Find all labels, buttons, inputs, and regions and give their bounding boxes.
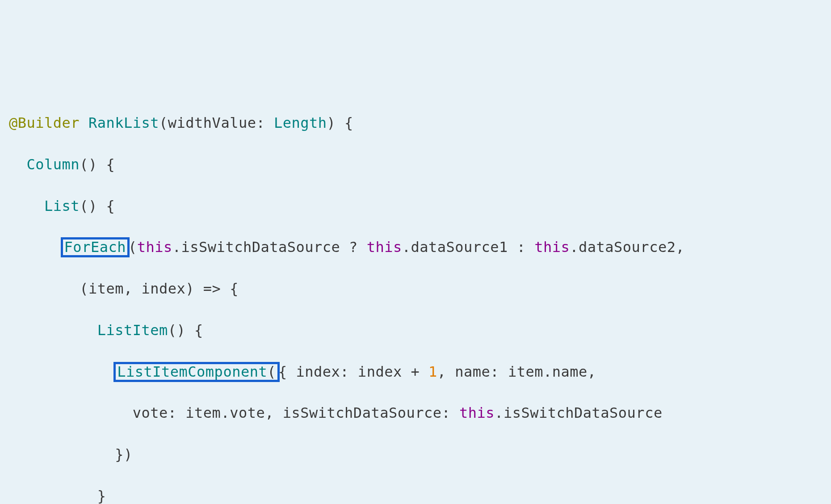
closing: } <box>97 487 106 504</box>
prop-access: .isSwitchDataSource ? <box>172 239 367 256</box>
this-ref: this <box>367 239 402 256</box>
listitem-call: ListItem <box>97 322 168 339</box>
prop-access: .dataSource1 : <box>402 239 534 256</box>
code-line-6: ListItem() { <box>9 320 822 340</box>
this-ref: this <box>459 404 495 421</box>
code-line-3: List() { <box>9 196 822 216</box>
arrow-params: (item, index) => { <box>80 280 239 297</box>
column-call: Column <box>27 156 80 173</box>
component-name: ListItemComponent <box>117 363 267 380</box>
code-line-1: @Builder RankList(widthValue: Length) { <box>9 113 822 133</box>
code-snippet: @Builder RankList(widthValue: Length) { … <box>9 92 822 504</box>
code-line-8: vote: item.vote, isSwitchDataSource: thi… <box>9 403 822 423</box>
param-name: widthValue <box>168 114 256 131</box>
args-text: , name: item.name, <box>437 363 596 380</box>
foreach-highlight: ForEach <box>61 237 130 257</box>
function-name: RankList <box>88 114 159 131</box>
closing: }) <box>115 446 133 463</box>
param-type: Length <box>274 114 327 131</box>
list-call: List <box>44 197 80 214</box>
this-ref: this <box>534 239 570 256</box>
this-ref: this <box>137 239 172 256</box>
args-text: .isSwitchDataSource <box>495 404 663 421</box>
code-line-4: ForEach(this.isSwitchDataSource ? this.d… <box>9 237 822 257</box>
prop-access: .dataSource2, <box>570 239 684 256</box>
code-line-9: }) <box>9 444 822 465</box>
code-line-2: Column() { <box>9 154 822 175</box>
code-line-10: } <box>9 486 822 504</box>
code-line-7: ListItemComponent({ index: index + 1, na… <box>9 361 822 382</box>
args-text: index: index + <box>287 363 428 380</box>
code-line-5: (item, index) => { <box>9 278 822 299</box>
foreach-keyword: ForEach <box>64 239 126 256</box>
args-text: vote: item.vote, isSwitchDataSource: <box>133 404 459 421</box>
listitemcomponent-highlight: ListItemComponent( <box>113 362 280 382</box>
decorator: @Builder <box>9 114 80 131</box>
open-brace: { <box>278 363 287 380</box>
number-literal: 1 <box>428 363 437 380</box>
